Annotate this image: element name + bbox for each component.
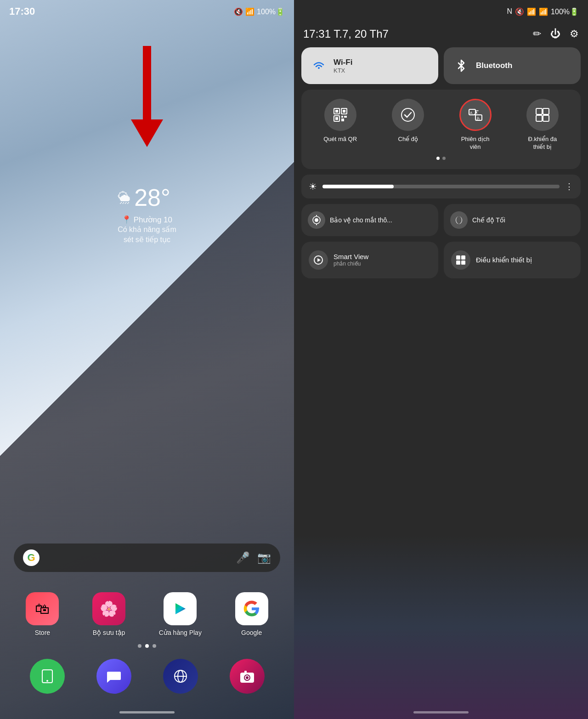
- svg-rect-34: [461, 255, 465, 260]
- collection-label: Bộ sưu tập: [93, 629, 125, 636]
- google-icon: [235, 592, 268, 625]
- google-logo[interactable]: G: [23, 549, 40, 566]
- brightness-more-icon[interactable]: ⋮: [565, 181, 573, 192]
- dot-3: [153, 644, 156, 648]
- brightness-row[interactable]: ☀ ⋮: [301, 175, 581, 198]
- multicontrol-label: Đ.khiển đathiết bị: [528, 136, 557, 151]
- dock-internet[interactable]: [163, 659, 198, 694]
- weather-widget: 🌦 28° 📍 Phường 10 Có khả năng sấm sét sẽ…: [118, 184, 176, 245]
- smart-view-sub: phản chiếu: [334, 260, 368, 267]
- svg-rect-16: [344, 116, 347, 118]
- svg-marker-32: [317, 258, 321, 262]
- nfc-icon: N: [507, 7, 513, 16]
- device-control-tile[interactable]: Điều khiển thiết bị: [444, 242, 581, 278]
- qr-button[interactable]: [324, 99, 356, 131]
- smart-view-label: Smart View: [334, 253, 368, 260]
- svg-rect-26: [543, 115, 549, 121]
- google-app-label: Google: [241, 629, 262, 636]
- arrow-shaft: [143, 46, 151, 119]
- weather-location: 📍 Phường 10: [118, 215, 176, 225]
- wifi-tile-text: Wi-Fi KTX: [334, 58, 352, 74]
- bluetooth-tile-text: Bluetooth: [476, 61, 512, 70]
- left-status-icons: 🔇 📶 100%🔋: [234, 7, 285, 16]
- smart-view-text: Smart View phản chiếu: [334, 253, 368, 267]
- mode-button[interactable]: [392, 99, 424, 131]
- svg-rect-13: [343, 110, 345, 113]
- panel-dots: [306, 157, 576, 160]
- device-control-text: Điều khiển thiết bị: [476, 256, 532, 264]
- dock-row: [0, 659, 294, 694]
- edit-icon[interactable]: ✏: [533, 28, 541, 40]
- left-panel: 17:30 🔇 📶 100%🔋 🌦 28° 📍 Phường 10 Có khả…: [0, 0, 294, 719]
- smart-view-tile[interactable]: Smart View phản chiếu: [301, 242, 438, 278]
- svg-point-27: [315, 218, 318, 222]
- dark-mode-tile[interactable]: Chế độ Tối: [444, 204, 581, 236]
- svg-text:A: A: [470, 111, 473, 115]
- settings-icon[interactable]: ⚙: [570, 28, 579, 40]
- grid-multicontrol[interactable]: Đ.khiển đathiết bị: [526, 99, 559, 151]
- eye-protection-label: Bảo vệ cho mắt thô...: [330, 216, 392, 224]
- svg-point-1: [46, 680, 48, 682]
- eye-protection-tile[interactable]: Bảo vệ cho mắt thô...: [301, 204, 438, 236]
- right-wifi-icon: 📶: [527, 7, 536, 16]
- sound-icon: 🔇: [234, 7, 243, 16]
- grid-mode[interactable]: Chế độ: [392, 99, 424, 151]
- svg-rect-17: [341, 119, 344, 121]
- right-header: 17:31 T.7, 20 Th7 ✏ ⏻ ⚙: [294, 23, 588, 47]
- svg-rect-25: [536, 115, 542, 121]
- qr-label: Quét mã QR: [323, 136, 357, 143]
- dock-camera[interactable]: [230, 659, 265, 694]
- weather-temperature: 🌦 28°: [118, 184, 176, 211]
- app-collection[interactable]: 🌸 Bộ sưu tập: [92, 592, 125, 636]
- power-icon[interactable]: ⏻: [550, 28, 560, 40]
- svg-rect-23: [536, 108, 542, 114]
- mode-label: Chế độ: [398, 136, 418, 143]
- grid-row: Quét mã QR Chế độ A あ: [306, 99, 576, 151]
- panel-dot-2: [442, 157, 446, 160]
- extra-tiles-row: Bảo vệ cho mắt thô... Chế độ Tối: [294, 204, 588, 236]
- dock-phone[interactable]: [30, 659, 65, 694]
- bluetooth-tile[interactable]: Bluetooth: [444, 47, 581, 84]
- red-arrow: [131, 46, 163, 147]
- google-search-bar[interactable]: G 🎤 📷: [14, 543, 280, 572]
- svg-marker-0: [175, 603, 186, 614]
- grid-qr[interactable]: Quét mã QR: [323, 99, 357, 151]
- right-panel: N 🔇 📶 📶 100%🔋 17:31 T.7, 20 Th7 ✏ ⏻ ⚙ Wi…: [294, 0, 588, 719]
- multicontrol-button[interactable]: [526, 99, 559, 131]
- right-sound-icon: 🔇: [515, 7, 524, 16]
- svg-text:あ: あ: [476, 116, 480, 120]
- svg-rect-14: [335, 117, 338, 120]
- translate-label: Phiên dịchviên: [461, 136, 490, 151]
- bluetooth-tile-icon: [453, 57, 469, 74]
- google-mic-icon[interactable]: 🎤: [236, 551, 250, 564]
- battery-icon: 100%🔋: [257, 7, 285, 16]
- play-label: Cửa hàng Play: [159, 629, 202, 636]
- app-play[interactable]: Cửa hàng Play: [159, 592, 202, 636]
- store-icon: 🛍: [26, 592, 59, 625]
- wifi-signal-icon: 📶: [245, 7, 254, 16]
- device-control-label: Điều khiển thiết bị: [476, 256, 532, 264]
- home-indicator-left: [119, 711, 175, 713]
- play-icon: [164, 592, 197, 625]
- wifi-sublabel: KTX: [334, 67, 352, 74]
- grid-translate[interactable]: A あ Phiên dịchviên: [459, 99, 492, 151]
- translate-button[interactable]: A あ: [459, 99, 492, 131]
- dot-1: [138, 644, 141, 648]
- grid-panel: Quét mã QR Chế độ A あ: [301, 90, 581, 169]
- home-indicator-right: [413, 711, 469, 713]
- app-google[interactable]: Google: [235, 592, 268, 636]
- bottom-tiles-row: Smart View phản chiếu Điều khiển thiết b…: [294, 242, 588, 278]
- left-status-bar: 17:30 🔇 📶 100%🔋: [0, 0, 294, 23]
- dock-messages[interactable]: [96, 659, 131, 694]
- app-store[interactable]: 🛍 Store: [26, 592, 59, 636]
- wifi-label: Wi-Fi: [334, 58, 352, 67]
- weather-description: Có khả năng sấm sét sẽ tiếp tục: [118, 225, 176, 245]
- arrow-head: [131, 119, 163, 147]
- brightness-track[interactable]: [322, 185, 560, 188]
- svg-point-18: [401, 108, 414, 121]
- svg-rect-24: [543, 108, 549, 114]
- svg-rect-36: [461, 260, 465, 265]
- wifi-tile[interactable]: Wi-Fi KTX: [301, 47, 438, 84]
- google-lens-icon[interactable]: 📷: [257, 551, 271, 564]
- device-control-icon: [451, 250, 470, 270]
